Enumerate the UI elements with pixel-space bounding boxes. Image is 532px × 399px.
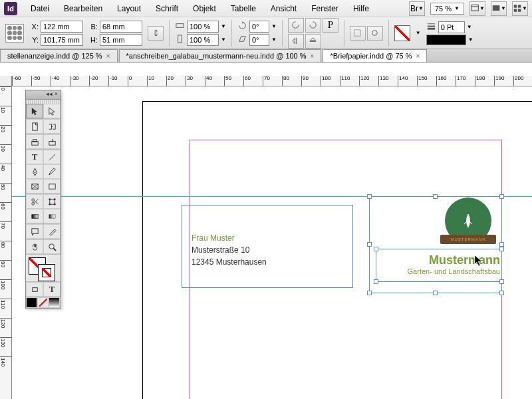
chevron-down-icon[interactable]: ▼	[221, 37, 226, 43]
menu-hilfe[interactable]: Hilfe	[346, 2, 376, 15]
tool-note[interactable]	[26, 224, 43, 239]
tool-rectangle-frame[interactable]	[26, 179, 43, 194]
screen-mode-button[interactable]: ▼	[491, 1, 507, 16]
rotate-ccw-button[interactable]	[288, 18, 304, 33]
menu-ansicht[interactable]: Ansicht	[264, 2, 303, 15]
tool-content-collector[interactable]	[26, 134, 43, 149]
height-input[interactable]	[100, 34, 142, 46]
tool-type[interactable]: T	[26, 150, 43, 164]
y-input[interactable]	[41, 34, 83, 46]
tool-pen[interactable]	[26, 164, 43, 179]
tool-direct-selection[interactable]	[43, 104, 61, 118]
address-line1: Frau Muster	[192, 232, 343, 244]
stroke-style-dropdown[interactable]	[426, 35, 466, 45]
svg-rect-2	[493, 5, 500, 11]
character-paragraph-icon[interactable]: P	[323, 18, 338, 33]
ruler-origin[interactable]	[0, 76, 12, 86]
width-input[interactable]	[100, 21, 142, 33]
zoom-level[interactable]: 75 %▼	[430, 3, 464, 15]
svg-line-37	[53, 248, 56, 251]
brand-subtitle: Garten- und Landschaftsbau	[378, 267, 500, 275]
tool-free-transform[interactable]	[43, 194, 61, 209]
fill-swatch[interactable]	[394, 25, 410, 41]
chevron-down-icon[interactable]: ▼	[271, 23, 277, 29]
fill-stroke-swatch[interactable]	[26, 255, 61, 281]
rotate-icon	[237, 21, 247, 32]
chevron-down-icon[interactable]: ▼	[416, 30, 421, 36]
menu-schrift[interactable]: Schrift	[149, 2, 185, 15]
flip-h-button[interactable]	[288, 34, 304, 49]
svg-rect-3	[514, 5, 517, 7]
tool-selection[interactable]	[26, 104, 43, 118]
apply-fill[interactable]	[26, 297, 37, 308]
svg-point-29	[49, 198, 51, 200]
reference-point-picker[interactable]	[5, 24, 24, 43]
svg-point-25	[31, 202, 34, 205]
doc-tab-1[interactable]: *anschreiben_galabau_mustermann-neu.indd…	[119, 49, 322, 62]
shear-icon	[237, 34, 247, 45]
constrain-proportions-icon[interactable]	[148, 26, 164, 41]
select-content-button[interactable]	[367, 26, 383, 41]
document-canvas[interactable]: Frau Muster Musterstraße 10 12345 Muster…	[12, 86, 532, 399]
scale-x-input[interactable]	[187, 21, 219, 33]
tool-pencil[interactable]	[43, 164, 61, 179]
panel-header[interactable]: ◂◂ ×	[26, 90, 61, 100]
tool-scissors[interactable]	[26, 194, 43, 209]
svg-point-19	[34, 172, 35, 173]
chevron-down-icon[interactable]: ▼	[271, 37, 277, 43]
view-options-button[interactable]: ▼	[469, 1, 485, 16]
tool-zoom[interactable]	[43, 239, 61, 254]
tool-eyedropper[interactable]	[43, 224, 61, 239]
close-icon[interactable]: ×	[311, 53, 315, 60]
scale-y-input[interactable]	[187, 34, 219, 46]
chevron-down-icon: ▼	[479, 5, 485, 11]
svg-rect-35	[31, 228, 37, 233]
address-text-frame[interactable]: Frau Muster Musterstraße 10 12345 Muster…	[182, 205, 353, 288]
svg-point-10	[372, 31, 378, 36]
rotate-cw-button[interactable]	[305, 18, 321, 33]
tool-content-placer[interactable]	[43, 134, 61, 149]
bridge-label: Br	[410, 4, 418, 13]
logo-graphic[interactable]: MUSTERMANN	[443, 198, 493, 248]
tool-gap[interactable]	[43, 119, 61, 134]
close-icon[interactable]: ×	[416, 53, 420, 60]
arrange-button[interactable]: ▼	[512, 1, 528, 16]
flip-v-button[interactable]	[305, 34, 321, 49]
chevron-down-icon[interactable]: ▼	[467, 24, 472, 30]
shear-input[interactable]	[249, 34, 269, 46]
tool-normal-mode[interactable]	[26, 282, 43, 297]
apply-gradient[interactable]	[49, 297, 60, 308]
tool-gradient-feather[interactable]	[43, 209, 61, 223]
menu-objekt[interactable]: Objekt	[186, 2, 223, 15]
tool-page[interactable]	[26, 119, 43, 134]
tool-gradient-swatch[interactable]	[26, 209, 43, 223]
menu-fenster[interactable]: Fenster	[305, 2, 345, 15]
close-icon[interactable]: ×	[106, 53, 110, 60]
doc-tab-0[interactable]: stellenanzeige.indd @ 125 %×	[0, 49, 118, 62]
tool-line[interactable]	[43, 150, 61, 164]
menu-layout[interactable]: Layout	[110, 2, 148, 15]
horizontal-ruler[interactable]: -60-50-40-30-20-100102030405060708090100…	[12, 76, 532, 86]
menu-bearbeiten[interactable]: Bearbeiten	[57, 2, 109, 15]
tool-hand[interactable]	[26, 239, 43, 254]
apply-none[interactable]	[37, 297, 49, 308]
address-text: Frau Muster Musterstraße 10 12345 Muster…	[182, 205, 352, 295]
svg-line-18	[49, 154, 55, 160]
vertical-ruler[interactable]: 0102030405060708090100110120130140	[0, 86, 12, 399]
chevron-down-icon[interactable]: ▼	[221, 23, 226, 29]
control-panel: X: Y: B: H: ▼ ▼ ▼ ▼ P ▼ ▼ ▼	[0, 17, 532, 49]
tool-rectangle[interactable]	[43, 179, 61, 194]
rotate-input[interactable]	[249, 21, 269, 33]
x-input[interactable]	[41, 21, 83, 33]
select-container-button[interactable]	[350, 26, 366, 41]
menu-tabelle[interactable]: Tabelle	[224, 2, 263, 15]
tool-preview-mode[interactable]: T	[43, 282, 61, 297]
tools-panel[interactable]: ◂◂ × TT	[25, 90, 61, 309]
menu-datei[interactable]: Datei	[24, 2, 56, 15]
svg-rect-9	[354, 30, 360, 36]
stroke-weight-input[interactable]	[438, 21, 465, 33]
bridge-button[interactable]: Br▼	[409, 1, 425, 16]
doc-tab-2[interactable]: *Briefpapier.indd @ 75 %×	[323, 49, 427, 62]
chevron-down-icon[interactable]: ▼	[468, 37, 473, 43]
app-icon: Id	[4, 2, 17, 15]
